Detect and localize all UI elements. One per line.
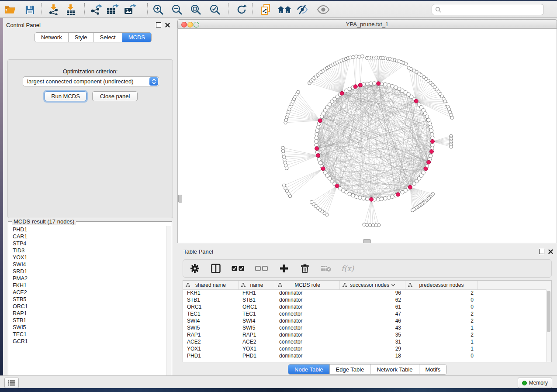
result-item[interactable]: PMA2 (9, 275, 166, 282)
cell-shared_name: FKH1 (183, 290, 239, 296)
result-item[interactable]: RAP1 (9, 310, 166, 317)
tab-select[interactable]: Select (94, 33, 122, 42)
result-item[interactable]: SWI4 (9, 261, 166, 268)
result-item[interactable]: TEC1 (9, 331, 166, 338)
show-all-columns-icon[interactable] (231, 263, 245, 274)
table-row[interactable]: ACE2ACE2connector311 (183, 338, 547, 345)
cell-name: TEC1 (239, 311, 275, 317)
cell-mcds_role: connector (275, 339, 340, 345)
zoom-fit-icon[interactable] (189, 3, 202, 16)
criterion-dropdown[interactable]: largest connected component (undirected) (23, 76, 159, 86)
table-row[interactable]: YOX1YOX1connector291 (183, 345, 547, 352)
task-history-button[interactable] (4, 378, 19, 388)
result-item[interactable]: CAR1 (9, 233, 166, 240)
zoom-in-icon[interactable] (152, 3, 165, 16)
table-row[interactable]: PHD1PHD1dominator180 (183, 352, 547, 359)
table-row[interactable]: SWI4SWI4dominator462 (183, 317, 547, 324)
toolbar-separator (147, 3, 148, 16)
cell-predecessor_nodes: 0 (405, 353, 478, 359)
table-row[interactable]: ORC1ORC1dominator610 (183, 303, 547, 310)
export-image-icon[interactable] (124, 3, 137, 16)
result-item[interactable]: FKH1 (9, 282, 166, 289)
network-graph[interactable] (178, 29, 557, 243)
tab-network-table[interactable]: Network Table (370, 364, 419, 374)
result-item[interactable]: TID3 (9, 247, 166, 254)
table-row[interactable]: FKH1FKH1dominator962 (183, 289, 547, 296)
clone-network-icon[interactable] (259, 3, 272, 16)
network-titlebar[interactable]: YPA_prune.txt_1 (177, 19, 557, 28)
hide-all-columns-icon[interactable] (255, 263, 269, 274)
show-eye-icon[interactable] (317, 3, 330, 16)
import-table-icon[interactable] (64, 3, 77, 16)
save-icon[interactable] (23, 3, 36, 16)
table-scrollbar[interactable] (546, 289, 551, 362)
tab-network[interactable]: Network (35, 33, 69, 42)
status-bar: Memory (0, 375, 557, 388)
delete-column-icon[interactable] (299, 263, 311, 274)
table-row[interactable]: RAP1RAP1dominator352 (183, 331, 547, 338)
search-input[interactable] (442, 6, 543, 13)
table-row[interactable]: SWI5SWI5connector431 (183, 324, 547, 331)
cell-predecessor_nodes: 1 (405, 346, 478, 352)
open-folder-icon[interactable] (3, 3, 17, 16)
result-item[interactable]: ORC1 (9, 303, 166, 310)
delete-table-icon[interactable] (320, 263, 332, 274)
column-header-name[interactable]: name (239, 281, 275, 289)
float-table-panel-icon[interactable] (539, 249, 544, 254)
gear-icon[interactable] (189, 263, 201, 274)
home-icon[interactable] (277, 3, 292, 16)
result-item[interactable]: SWI5 (9, 324, 166, 331)
zoom-out-icon[interactable] (170, 3, 183, 16)
column-header-predecessor-nodes[interactable]: predecessor nodes (405, 281, 478, 289)
import-network-icon[interactable] (47, 3, 60, 16)
result-item[interactable]: STB5 (9, 296, 166, 303)
result-item[interactable]: SRD1 (9, 268, 166, 275)
result-scrollbar[interactable] (166, 226, 171, 384)
function-builder-icon[interactable]: f(x) (341, 264, 354, 273)
toolbar-separator (228, 3, 228, 16)
cell-shared_name: SWI4 (183, 318, 239, 324)
column-header-successor-nodes[interactable]: successor nodes (340, 281, 405, 289)
close-table-panel-icon[interactable] (548, 249, 553, 254)
column-header-shared-name[interactable]: shared name (183, 281, 239, 289)
tab-style[interactable]: Style (69, 33, 94, 42)
hide-eye-icon[interactable] (296, 3, 309, 16)
network-vscroll-thumb[interactable] (178, 195, 182, 203)
result-item[interactable]: PHD1 (9, 226, 166, 233)
result-item[interactable]: YOX1 (9, 254, 166, 261)
cell-predecessor_nodes: 2 (405, 311, 478, 317)
float-panel-icon[interactable] (156, 22, 161, 28)
search-field[interactable] (432, 4, 544, 15)
refresh-icon[interactable] (235, 3, 248, 16)
desktop-bottom-edge (0, 388, 557, 392)
add-column-icon[interactable] (278, 263, 290, 274)
result-item[interactable]: STP4 (9, 240, 166, 247)
close-panel-icon[interactable] (165, 23, 170, 28)
column-header-MCDS-role[interactable]: MCDS role (275, 281, 340, 289)
cell-mcds_role: dominator (275, 290, 340, 296)
zoom-selected-icon[interactable] (208, 3, 221, 16)
table-row[interactable]: TEC1TEC1connector472 (183, 310, 547, 317)
tab-mcds[interactable]: MCDS (122, 33, 151, 42)
cell-shared_name: TEC1 (183, 311, 239, 317)
tab-motifs[interactable]: Motifs (419, 364, 447, 374)
table-row[interactable]: STB1STB1dominator620 (183, 296, 547, 303)
result-item[interactable]: GCR1 (9, 338, 166, 345)
optimization-criterion-label: Optimization criterion: (8, 68, 173, 75)
tab-edge-table[interactable]: Edge Table (330, 364, 371, 374)
export-table-icon[interactable] (106, 3, 119, 16)
mcds-result-list[interactable]: PHD1CAR1STP4TID3YOX1SWI4SRD1PMA2FKH1ACE2… (9, 226, 166, 383)
network-view[interactable] (177, 28, 557, 243)
search-icon (435, 7, 442, 13)
result-item[interactable]: ACE2 (9, 289, 166, 296)
close-panel-button[interactable]: Close panel (92, 91, 138, 101)
table-tabs: Node TableEdge TableNetwork TableMotifs (288, 364, 447, 375)
cell-shared_name: STB1 (183, 297, 239, 303)
tab-node-table[interactable]: Node Table (288, 364, 330, 374)
export-network-icon[interactable] (90, 3, 103, 16)
network-hscroll-thumb[interactable] (363, 239, 371, 243)
result-item[interactable]: STB1 (9, 317, 166, 324)
memory-button[interactable]: Memory (518, 378, 552, 388)
column-view-icon[interactable] (210, 263, 221, 274)
run-mcds-button[interactable]: Run MCDS (45, 91, 86, 101)
